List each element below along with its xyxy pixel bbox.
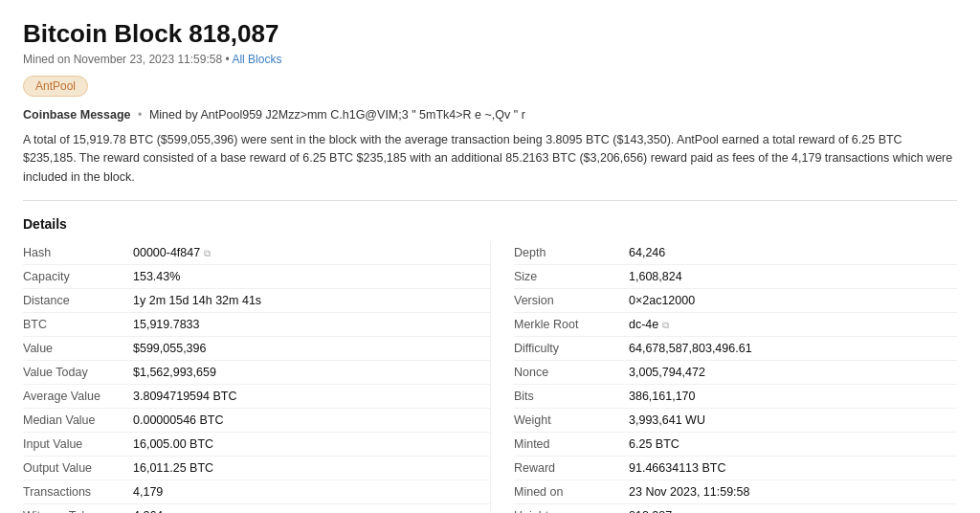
table-row: Reward91.46634113 BTC bbox=[514, 457, 957, 480]
detail-value: 91.46634113 BTC bbox=[629, 461, 725, 475]
detail-value: 1,608,824 bbox=[629, 270, 682, 283]
coinbase-label: Coinbase Message bbox=[23, 108, 131, 122]
table-row: Input Value16,005.00 BTC bbox=[23, 433, 490, 457]
detail-key: Average Value bbox=[23, 390, 133, 403]
detail-value: 0×2ac12000 bbox=[629, 294, 695, 307]
detail-value: $599,055,396 bbox=[133, 342, 206, 355]
detail-value: 153.43% bbox=[133, 270, 180, 283]
left-details-col: Hash00000-4f847⧉Capacity153.43%Distance1… bbox=[23, 241, 490, 513]
table-row: Output Value16,011.25 BTC bbox=[23, 457, 490, 480]
details-grid: Hash00000-4f847⧉Capacity153.43%Distance1… bbox=[23, 241, 957, 513]
table-row: Size1,608,824 bbox=[514, 265, 957, 289]
table-row: Distance1y 2m 15d 14h 32m 41s bbox=[23, 289, 490, 313]
detail-key: Hash bbox=[23, 246, 133, 259]
detail-key: Depth bbox=[514, 246, 629, 259]
detail-value: dc-4e⧉ bbox=[629, 318, 669, 331]
subtitle: Mined on November 23, 2023 11:59:58 • Al… bbox=[23, 53, 957, 66]
detail-value: 3,993,641 WU bbox=[629, 413, 705, 427]
all-blocks-link[interactable]: All Blocks bbox=[232, 53, 281, 66]
detail-key: Value Today bbox=[23, 366, 133, 379]
detail-value: 818,087 bbox=[629, 509, 672, 513]
detail-value: 00000-4f847⧉ bbox=[133, 246, 211, 259]
detail-key: Median Value bbox=[23, 413, 133, 427]
detail-key: Bits bbox=[514, 390, 629, 403]
coinbase-text: Mined by AntPool959 J2Mzz>mm C.h1G@VIM;3… bbox=[149, 108, 525, 122]
table-row: Witness Tx's4,064 bbox=[23, 504, 490, 513]
detail-key: Minted bbox=[514, 437, 629, 451]
table-row: Mined on23 Nov 2023, 11:59:58 bbox=[514, 480, 957, 504]
detail-key: Size bbox=[514, 270, 629, 283]
miner-badge[interactable]: AntPool bbox=[23, 76, 88, 97]
detail-key: Nonce bbox=[514, 366, 629, 379]
table-row: Average Value3.8094719594 BTC bbox=[23, 385, 490, 409]
detail-value: 64,678,587,803,496.61 bbox=[629, 342, 752, 355]
table-row: BTC15,919.7833 bbox=[23, 313, 490, 337]
detail-key: Weight bbox=[514, 413, 629, 427]
copy-icon[interactable]: ⧉ bbox=[204, 248, 211, 258]
detail-key: BTC bbox=[23, 318, 133, 331]
description-text: A total of 15,919.78 BTC ($599,055,396) … bbox=[23, 131, 957, 201]
detail-key: Distance bbox=[23, 294, 133, 307]
table-row: Bits386,161,170 bbox=[514, 385, 957, 409]
table-row: Transactions4,179 bbox=[23, 480, 490, 504]
detail-key: Output Value bbox=[23, 461, 133, 475]
detail-value: 1y 2m 15d 14h 32m 41s bbox=[133, 294, 261, 307]
copy-icon[interactable]: ⧉ bbox=[662, 320, 669, 330]
detail-value: $1,562,993,659 bbox=[133, 366, 216, 379]
table-row: Height818,087 bbox=[514, 504, 957, 513]
detail-key: Capacity bbox=[23, 270, 133, 283]
detail-key: Transactions bbox=[23, 485, 133, 499]
detail-key: Version bbox=[514, 294, 629, 307]
detail-key: Value bbox=[23, 342, 133, 355]
table-row: Median Value0.00000546 BTC bbox=[23, 409, 490, 433]
table-row: Version0×2ac12000 bbox=[514, 289, 957, 313]
detail-value: 3.8094719594 BTC bbox=[133, 390, 236, 403]
detail-value: 0.00000546 BTC bbox=[133, 413, 224, 427]
coinbase-section: Coinbase Message • Mined by AntPool959 J… bbox=[23, 108, 957, 122]
detail-key: Input Value bbox=[23, 437, 133, 451]
coinbase-dot: • bbox=[138, 108, 142, 122]
detail-value: 23 Nov 2023, 11:59:58 bbox=[629, 485, 750, 499]
table-row: Weight3,993,641 WU bbox=[514, 409, 957, 433]
table-row: Value$599,055,396 bbox=[23, 337, 490, 361]
mined-date: Mined on November 23, 2023 11:59:58 bbox=[23, 53, 222, 66]
table-row: Depth64,246 bbox=[514, 241, 957, 265]
table-row: Minted6.25 BTC bbox=[514, 433, 957, 457]
details-heading: Details bbox=[23, 216, 957, 232]
detail-key: Merkle Root bbox=[514, 318, 629, 331]
detail-key: Difficulty bbox=[514, 342, 629, 355]
detail-value: 4,179 bbox=[133, 485, 163, 499]
detail-key: Witness Tx's bbox=[23, 509, 133, 513]
page-title: Bitcoin Block 818,087 bbox=[23, 19, 957, 49]
table-row: Difficulty64,678,587,803,496.61 bbox=[514, 337, 957, 361]
detail-value: 16,011.25 BTC bbox=[133, 461, 213, 475]
detail-value: 15,919.7833 bbox=[133, 318, 200, 331]
table-row: Hash00000-4f847⧉ bbox=[23, 241, 490, 265]
detail-value: 6.25 BTC bbox=[629, 437, 679, 451]
table-row: Value Today$1,562,993,659 bbox=[23, 361, 490, 385]
detail-value: 16,005.00 BTC bbox=[133, 437, 213, 451]
detail-value: 64,246 bbox=[629, 246, 665, 259]
detail-key: Height bbox=[514, 509, 629, 513]
table-row: Capacity153.43% bbox=[23, 265, 490, 289]
detail-value: 386,161,170 bbox=[629, 390, 696, 403]
table-row: Nonce3,005,794,472 bbox=[514, 361, 957, 385]
detail-value: 3,005,794,472 bbox=[629, 366, 705, 379]
right-details-col: Depth64,246Size1,608,824Version0×2ac1200… bbox=[490, 241, 957, 513]
detail-key: Mined on bbox=[514, 485, 629, 499]
detail-value: 4,064 bbox=[133, 509, 163, 513]
table-row: Merkle Rootdc-4e⧉ bbox=[514, 313, 957, 337]
detail-key: Reward bbox=[514, 461, 629, 475]
